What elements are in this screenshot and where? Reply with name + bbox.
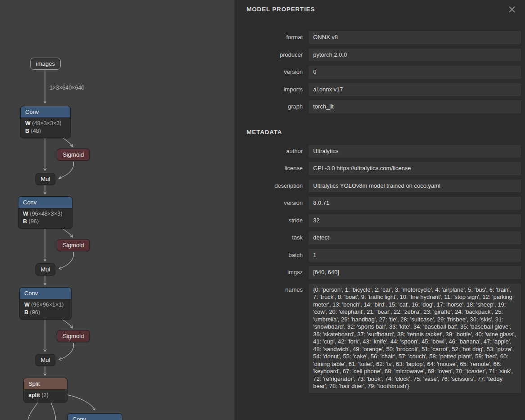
metadata-value-stride[interactable]: 32 [309, 214, 521, 227]
node-params: W⟨96×48×3×3⟩ B⟨96⟩ [18, 208, 72, 228]
node-sigmoid-3[interactable]: Sigmoid [57, 330, 90, 342]
param-row: B⟨48⟩ [25, 127, 66, 135]
metadata-row: author Ultralytics [234, 145, 521, 158]
metadata-row: license GPL-3.0 https://ultralytics.com/… [234, 162, 521, 175]
metadata-label: task [234, 231, 303, 241]
metadata-label: imgsz [234, 266, 303, 275]
metadata-value-task[interactable]: detect [309, 231, 521, 244]
metadata-value-author[interactable]: Ultralytics [309, 145, 521, 158]
node-params: W⟨48×3×3×3⟩ B⟨48⟩ [21, 117, 70, 138]
metadata-value-imgsz[interactable]: [640, 640] [309, 266, 521, 279]
node-conv-2[interactable]: Conv W⟨96×48×3×3⟩ B⟨96⟩ [18, 196, 72, 229]
metadata-label: batch [234, 249, 303, 258]
node-conv-4[interactable]: Conv [67, 413, 122, 420]
node-mul-2[interactable]: Mul [36, 263, 55, 275]
metadata-row: stride 32 [234, 214, 521, 227]
node-label: Sigmoid [63, 333, 84, 339]
node-split[interactable]: Split split⟨2⟩ [23, 378, 67, 402]
metadata-row: task detect [234, 231, 521, 244]
metadata-label: stride [234, 214, 303, 224]
node-mul-1[interactable]: Mul [36, 173, 55, 185]
node-label: Mul [41, 176, 50, 182]
node-label: Sigmoid [63, 242, 84, 248]
metadata-row: description Ultralytics YOLOv8m model tr… [234, 180, 521, 193]
metadata-row: imgsz [640, 640] [234, 266, 521, 279]
property-value-imports[interactable]: ai.onnx v17 [309, 83, 521, 96]
param-row: W⟨96×96×1×1⟩ [24, 301, 67, 309]
node-conv-3[interactable]: Conv W⟨96×96×1×1⟩ B⟨96⟩ [19, 287, 72, 320]
node-label: images [36, 60, 55, 67]
param-row: W⟨48×3×3×3⟩ [25, 120, 66, 127]
node-title: Conv [68, 414, 122, 420]
param-row: B⟨96⟩ [24, 309, 67, 316]
property-row: imports ai.onnx v17 [234, 83, 521, 96]
metadata-label: author [234, 145, 303, 154]
node-title: Split [24, 378, 67, 389]
properties-section: format ONNX v8 producer pytorch 2.0.0 ve… [234, 31, 525, 113]
property-row: version 0 [234, 66, 521, 79]
property-row: graph torch_jit [234, 100, 521, 113]
metadata-label: description [234, 180, 303, 189]
node-mul-3[interactable]: Mul [36, 354, 55, 366]
metadata-section: author Ultralytics license GPL-3.0 https… [234, 145, 525, 393]
node-label: Mul [41, 357, 50, 363]
property-value-version[interactable]: 0 [309, 66, 521, 79]
property-label: producer [234, 49, 303, 58]
metadata-section-header: METADATA [234, 118, 525, 145]
node-sigmoid-2[interactable]: Sigmoid [57, 239, 90, 251]
node-title: Conv [21, 106, 70, 117]
node-title: Conv [20, 288, 71, 299]
metadata-value-batch[interactable]: 1 [309, 249, 521, 262]
property-label: graph [234, 100, 303, 110]
property-value-producer[interactable]: pytorch 2.0.0 [309, 49, 521, 62]
param-row: split⟨2⟩ [28, 392, 63, 399]
metadata-title: METADATA [247, 129, 282, 135]
metadata-value-version[interactable]: 8.0.71 [309, 197, 521, 210]
edge-tensor-label: 1×3×640×640 [49, 85, 85, 91]
metadata-label: version [234, 197, 303, 206]
node-conv-1[interactable]: Conv W⟨48×3×3×3⟩ B⟨48⟩ [20, 106, 71, 138]
node-label: Mul [41, 266, 50, 273]
metadata-value-names[interactable]: {0: 'person', 1: 'bicycle', 2: 'car', 3:… [309, 284, 521, 393]
metadata-label: license [234, 162, 303, 172]
property-value-format[interactable]: ONNX v8 [309, 31, 521, 44]
node-label: Sigmoid [63, 151, 84, 158]
property-label: format [234, 31, 303, 41]
property-label: version [234, 66, 303, 75]
param-row: W⟨96×48×3×3⟩ [23, 210, 67, 218]
panel-title: MODEL PROPERTIES [247, 6, 315, 13]
property-row: format ONNX v8 [234, 31, 521, 44]
property-value-graph[interactable]: torch_jit [309, 100, 521, 113]
metadata-row: batch 1 [234, 249, 521, 262]
metadata-row: version 8.0.71 [234, 197, 521, 210]
param-row: B⟨96⟩ [23, 218, 67, 226]
metadata-value-description[interactable]: Ultralytics YOLOv8m model trained on coc… [309, 180, 521, 193]
metadata-row: names {0: 'person', 1: 'bicycle', 2: 'ca… [234, 284, 521, 393]
node-input-images[interactable]: images [30, 58, 61, 70]
panel-header: MODEL PROPERTIES [234, 0, 525, 14]
node-params: split⟨2⟩ [24, 389, 67, 402]
metadata-label: names [234, 284, 303, 293]
property-row: producer pytorch 2.0.0 [234, 49, 521, 62]
model-properties-panel: MODEL PROPERTIES format ONNX v8 producer… [234, 0, 525, 420]
node-title: Conv [18, 197, 72, 208]
node-sigmoid-1[interactable]: Sigmoid [57, 149, 90, 161]
metadata-value-license[interactable]: GPL-3.0 https://ultralytics.com/license [309, 162, 521, 175]
node-params: W⟨96×96×1×1⟩ B⟨96⟩ [20, 299, 71, 319]
close-icon[interactable] [507, 5, 517, 14]
property-label: imports [234, 83, 303, 93]
